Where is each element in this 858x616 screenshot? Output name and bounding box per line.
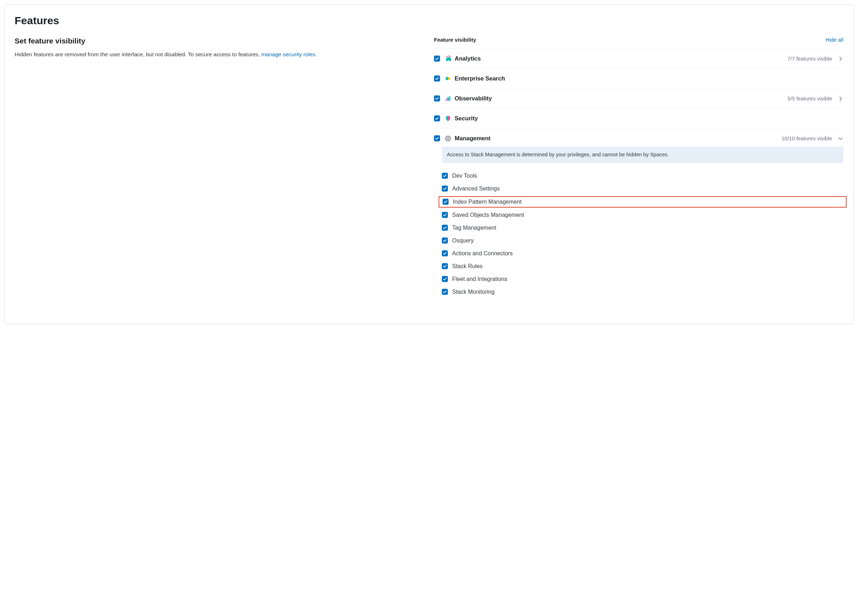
right-column: Feature visibility Hide all Analytics 7/… <box>434 37 843 314</box>
sub-item-stack-rules: Stack Rules <box>442 260 843 273</box>
svg-rect-2 <box>446 99 447 101</box>
desc-text-after: . <box>316 51 317 57</box>
sub-label-dev-tools: Dev Tools <box>452 173 477 179</box>
svg-rect-3 <box>448 97 449 101</box>
gear-icon <box>445 135 451 141</box>
sub-item-tag-management: Tag Management <box>442 222 843 234</box>
chevron-right-icon[interactable] <box>838 56 843 62</box>
category-checkbox-security[interactable] <box>434 115 440 121</box>
sub-label-actions-connectors: Actions and Connectors <box>452 250 513 257</box>
hide-all-button[interactable]: Hide all <box>825 37 843 43</box>
observability-icon <box>445 95 451 101</box>
category-security: Security <box>434 108 843 128</box>
category-checkbox-analytics[interactable] <box>434 56 440 62</box>
sub-item-index-pattern-management: Index Pattern Management <box>438 196 847 208</box>
category-title-enterprise-search: Enterprise Search <box>455 75 505 82</box>
features-panel: Features Set feature visibility Hidden f… <box>4 4 854 324</box>
management-sublist: Dev Tools Advanced Settings Index Patter… <box>442 169 843 298</box>
chevron-down-icon[interactable] <box>838 136 843 141</box>
sub-label-advanced-settings: Advanced Settings <box>452 186 499 192</box>
sub-item-fleet-integrations: Fleet and Integrations <box>442 273 843 286</box>
category-status-observability: 5/5 features visible <box>788 95 832 101</box>
sub-checkbox-dev-tools[interactable] <box>442 173 448 179</box>
sub-item-osquery: Osquery <box>442 234 843 247</box>
sub-label-saved-objects: Saved Objects Management <box>452 212 524 218</box>
category-observability: Observability 5/5 features visible <box>434 88 843 108</box>
category-row-observability[interactable]: Observability 5/5 features visible <box>434 95 843 102</box>
page-title: Features <box>15 15 843 27</box>
sub-item-actions-connectors: Actions and Connectors <box>442 247 843 260</box>
left-column: Set feature visibility Hidden features a… <box>15 37 424 314</box>
visibility-header: Feature visibility Hide all <box>434 37 843 43</box>
category-row-enterprise-search[interactable]: Enterprise Search <box>434 75 843 82</box>
chevron-right-icon[interactable] <box>838 96 843 101</box>
manage-roles-link[interactable]: manage security roles <box>261 51 316 57</box>
divider <box>434 313 843 314</box>
sub-label-fleet-integrations: Fleet and Integrations <box>452 276 507 282</box>
sub-label-index-pattern-management: Index Pattern Management <box>453 199 522 205</box>
category-checkbox-management[interactable] <box>434 135 440 141</box>
sub-checkbox-stack-monitoring[interactable] <box>442 289 448 295</box>
sub-checkbox-actions-connectors[interactable] <box>442 250 448 256</box>
sub-item-stack-monitoring: Stack Monitoring <box>442 286 843 298</box>
sub-checkbox-fleet-integrations[interactable] <box>442 276 448 282</box>
category-title-management: Management <box>455 135 491 142</box>
category-title-security: Security <box>455 115 478 122</box>
sub-item-dev-tools: Dev Tools <box>442 169 843 182</box>
sub-checkbox-osquery[interactable] <box>442 237 448 244</box>
sub-item-advanced-settings: Advanced Settings <box>442 182 843 195</box>
category-row-management[interactable]: Management 10/10 features visible <box>434 135 843 142</box>
visibility-header-label: Feature visibility <box>434 37 476 43</box>
sub-label-tag-management: Tag Management <box>452 225 496 231</box>
sub-label-stack-rules: Stack Rules <box>452 263 482 270</box>
category-row-security[interactable]: Security <box>434 115 843 122</box>
svg-rect-4 <box>449 96 451 101</box>
category-management: Management 10/10 features visible Access… <box>434 128 843 305</box>
category-enterprise-search: Enterprise Search <box>434 68 843 88</box>
category-title-observability: Observability <box>455 95 492 102</box>
category-status-analytics: 7/7 features visible <box>788 56 832 62</box>
sub-checkbox-stack-rules[interactable] <box>442 263 448 269</box>
category-status-management: 10/10 features visible <box>782 135 832 141</box>
set-visibility-title: Set feature visibility <box>15 37 424 45</box>
category-checkbox-enterprise-search[interactable] <box>434 76 440 82</box>
sub-checkbox-advanced-settings[interactable] <box>442 186 448 192</box>
category-checkbox-observability[interactable] <box>434 95 440 101</box>
management-notice: Access to Stack Management is determined… <box>442 147 843 163</box>
category-analytics: Analytics 7/7 features visible <box>434 48 843 68</box>
sub-label-osquery: Osquery <box>452 237 474 244</box>
category-title-analytics: Analytics <box>455 55 481 62</box>
desc-text-before: Hidden features are removed from the use… <box>15 51 261 57</box>
sub-checkbox-tag-management[interactable] <box>442 225 448 231</box>
columns: Set feature visibility Hidden features a… <box>15 37 843 314</box>
svg-point-1 <box>448 77 450 80</box>
sub-checkbox-index-pattern-management[interactable] <box>443 199 449 205</box>
svg-point-5 <box>447 137 449 139</box>
sub-checkbox-saved-objects[interactable] <box>442 212 448 218</box>
sub-label-stack-monitoring: Stack Monitoring <box>452 289 494 295</box>
analytics-icon <box>445 56 451 62</box>
sub-item-saved-objects: Saved Objects Management <box>442 209 843 222</box>
category-row-analytics[interactable]: Analytics 7/7 features visible <box>434 55 843 62</box>
security-icon <box>445 115 451 121</box>
enterprise-search-icon <box>445 76 451 82</box>
visibility-description: Hidden features are removed from the use… <box>15 50 424 58</box>
